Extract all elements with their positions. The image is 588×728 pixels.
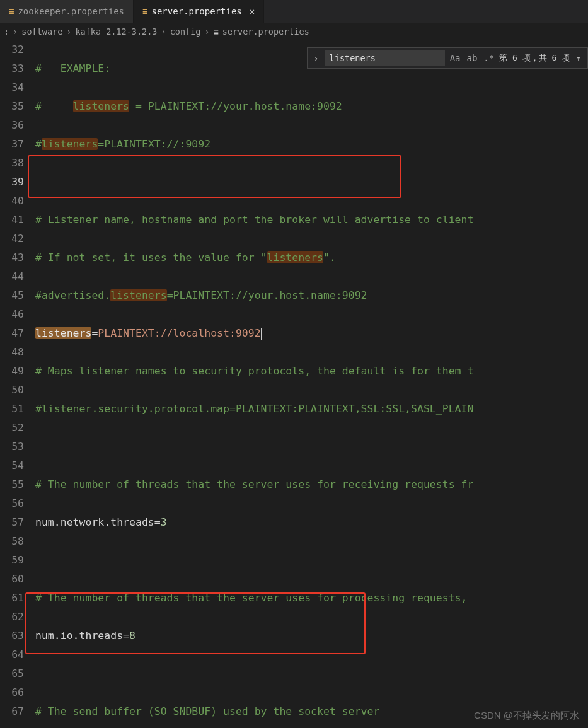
- regex-toggle[interactable]: .*: [482, 53, 495, 63]
- file-icon: ≡: [9, 6, 14, 16]
- breadcrumb-item[interactable]: kafka_2.12-3.2.3: [75, 26, 157, 37]
- breadcrumb[interactable]: : › software › kafka_2.12-3.2.3 › config…: [0, 23, 588, 40]
- tab-label: server.properties: [151, 6, 241, 16]
- breadcrumb-item[interactable]: ≡ server.properties: [214, 26, 309, 37]
- find-result-count: 第 6 项，共 6 项: [499, 52, 570, 64]
- breadcrumb-item[interactable]: software: [21, 26, 62, 37]
- file-icon: ≡: [214, 26, 219, 37]
- whole-word-toggle[interactable]: ab: [465, 53, 478, 63]
- find-widget[interactable]: › Aa ab .* 第 6 项，共 6 项 ↑: [307, 47, 588, 69]
- file-icon: ≡: [142, 6, 147, 16]
- close-icon[interactable]: ✕: [250, 6, 255, 16]
- find-expand-icon[interactable]: ›: [311, 54, 321, 63]
- tab-label: zookeeper.properties: [18, 6, 124, 16]
- breadcrumb-item[interactable]: config: [170, 26, 201, 37]
- tab-zookeeper[interactable]: ≡ zookeeper.properties: [0, 0, 134, 23]
- editor-tabs: ≡ zookeeper.properties ≡ server.properti…: [0, 0, 588, 23]
- watermark: CSDN @不掉头发的阿水: [474, 710, 579, 722]
- code-content[interactable]: # EXAMPLE: # listeners = PLAINTEXT://you…: [35, 40, 588, 728]
- text-cursor: [261, 328, 262, 340]
- tab-server[interactable]: ≡ server.properties ✕: [134, 0, 264, 23]
- breadcrumb-drive: :: [4, 26, 9, 37]
- chevron-right-icon: ›: [204, 26, 209, 37]
- chevron-right-icon: ›: [66, 26, 71, 37]
- find-prev-icon[interactable]: ↑: [574, 54, 584, 63]
- code-editor[interactable]: 3233343536373839404142434445464748495051…: [0, 40, 588, 728]
- find-input[interactable]: [325, 50, 445, 66]
- line-numbers: 3233343536373839404142434445464748495051…: [0, 40, 35, 728]
- match-case-toggle[interactable]: Aa: [449, 53, 462, 63]
- chevron-right-icon: ›: [13, 26, 18, 37]
- chevron-right-icon: ›: [161, 26, 166, 37]
